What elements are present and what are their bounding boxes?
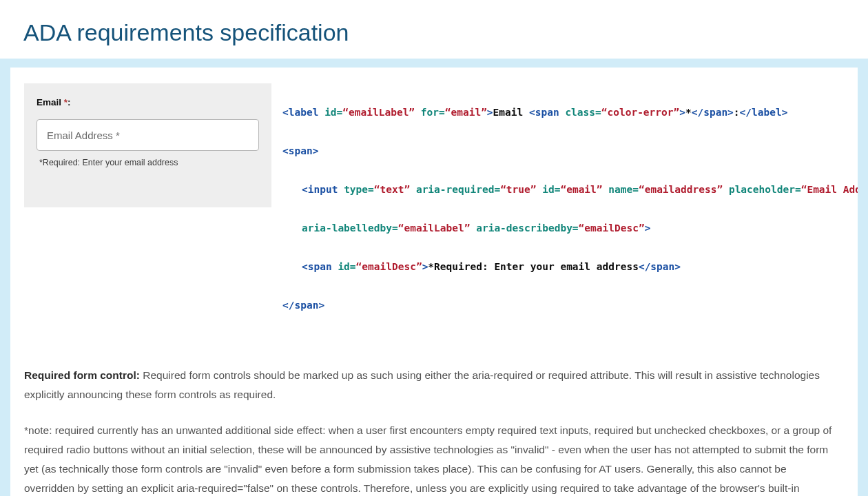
form-demo-1: Email *: *Required: Enter your email add…	[24, 83, 271, 207]
paragraph-required: Required form control: Required form con…	[24, 366, 833, 404]
code-block-1: <label id=“emailLabel” for=“email”>Email…	[271, 83, 858, 353]
helper-text: *Required: Enter your email address	[37, 158, 259, 167]
content-card: Email *: *Required: Enter your email add…	[10, 68, 858, 496]
paragraph-note: *note: required currently has an unwante…	[24, 421, 833, 496]
email-input[interactable]	[37, 119, 259, 151]
label-text: Email	[37, 97, 61, 107]
example-row-1: Email *: *Required: Enter your email add…	[10, 83, 858, 353]
label-colon: :	[68, 97, 71, 107]
paragraph-rest: Required form controls should be marked …	[24, 369, 820, 400]
email-label: Email *:	[37, 97, 259, 107]
content-band: Email *: *Required: Enter your email add…	[0, 59, 868, 496]
page: ADA requirements specification Email *: …	[0, 0, 868, 496]
paragraph-lead: Required form control:	[24, 369, 140, 381]
page-title: ADA requirements specification	[0, 0, 868, 59]
body-text: Required form control: Required form con…	[10, 353, 858, 496]
